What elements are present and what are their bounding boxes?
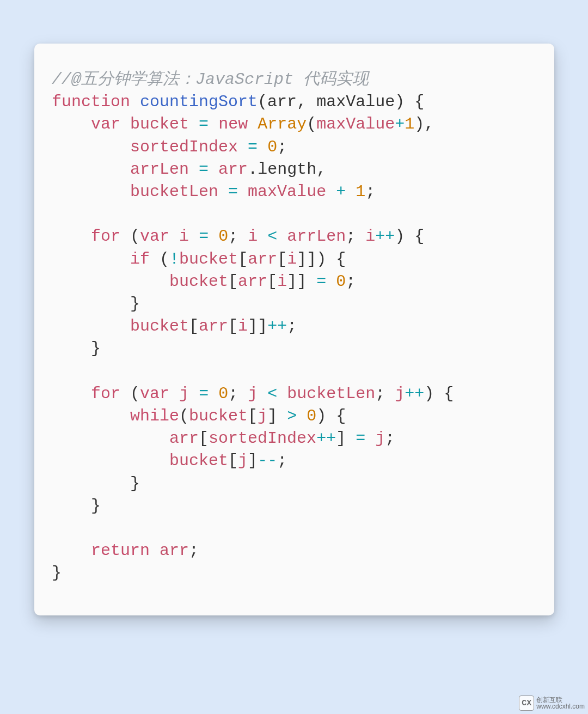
code-block: //@五分钟学算法：JavaScript 代码实现 function count… <box>52 69 537 585</box>
watermark-text: 创新互联 www.cdcxhl.com <box>536 697 585 710</box>
function-name: countingSort <box>140 93 258 111</box>
kw-function: function <box>52 93 130 111</box>
watermark: CX 创新互联 www.cdcxhl.com <box>519 695 585 711</box>
code-card: //@五分钟学算法：JavaScript 代码实现 function count… <box>34 44 554 615</box>
watermark-logo-icon: CX <box>519 695 534 711</box>
code-comment: //@五分钟学算法：JavaScript 代码实现 <box>52 70 369 89</box>
